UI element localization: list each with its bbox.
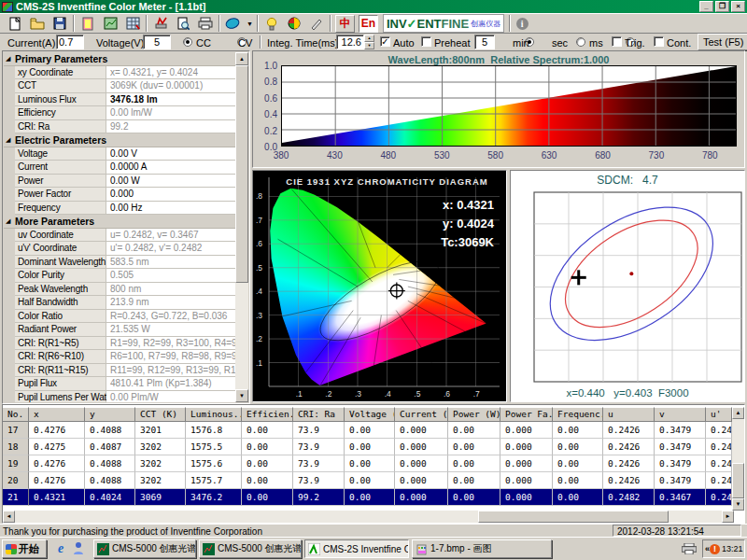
color-page-icon[interactable] (78, 14, 98, 33)
section-expanded-icon[interactable]: ◢ (4, 133, 15, 147)
param-row[interactable]: Current0.0000 A (4, 161, 236, 175)
trig-checkbox[interactable] (612, 36, 622, 47)
voltage-input[interactable] (143, 35, 171, 49)
param-row[interactable]: Voltage0.00 V (4, 147, 236, 161)
param-row[interactable]: CRI: R(R1~R5)R1=99, R2=99, R3=100, R4=99… (4, 337, 236, 351)
chart-view-icon[interactable] (100, 14, 120, 33)
table-row[interactable]: 180.42750.408732021575.50.0073.90.000.00… (3, 439, 732, 455)
param-row[interactable]: CRI: Ra99.2 (4, 120, 236, 134)
column-header[interactable]: v (655, 407, 706, 422)
open-file-icon[interactable] (27, 14, 48, 33)
scroll-down-icon[interactable]: ▼ (235, 389, 248, 402)
param-row[interactable]: Pupil Flux4810.41 Plm (Kp=1.384) (4, 377, 236, 391)
param-row[interactable]: Radiant Power21.535 W (4, 323, 236, 337)
preheat-time-input[interactable] (474, 35, 495, 49)
param-row[interactable]: CRI: R(R6~R10)R6=100, R7=99, R8=98, R9=9… (4, 350, 236, 364)
table-row[interactable]: 200.42760.408832021575.70.0073.90.000.00… (3, 472, 732, 489)
preheat-checkbox[interactable] (421, 36, 431, 47)
column-header[interactable]: Luminous... (186, 407, 242, 422)
restore-button[interactable]: ❐ (715, 1, 729, 12)
pen-tool-icon[interactable] (306, 14, 327, 33)
param-row[interactable]: CRI: R(R11~R15)R11=99, R12=99, R13=99, R… (4, 364, 236, 378)
section-expanded-icon[interactable]: ◢ (4, 52, 15, 65)
param-row[interactable]: Frequency0.00 Hz (4, 202, 236, 216)
table-row[interactable]: 210.43210.402430693476.20.0099.20.000.00… (3, 489, 732, 506)
integ-time-input[interactable] (336, 35, 364, 49)
param-row[interactable]: uv Coordinateu= 0.2482, v= 0.3467 (4, 229, 236, 243)
column-header[interactable]: u (603, 407, 655, 422)
close-button[interactable]: × (731, 1, 745, 12)
column-header[interactable]: CCT (K) (135, 407, 186, 422)
column-header[interactable]: x (29, 407, 85, 422)
scroll-down-icon[interactable]: ▼ (732, 498, 744, 511)
taskbar-task-paint[interactable]: 1-7.bmp - 画图 (412, 539, 552, 558)
lang-chinese-button[interactable]: 中 (335, 15, 355, 33)
table-vertical-scrollbar[interactable]: ▲ ▼ (732, 407, 744, 511)
measure-icon[interactable] (150, 14, 171, 33)
scroll-up-icon[interactable]: ▲ (235, 52, 248, 65)
column-header[interactable]: Power Fa... (500, 407, 553, 422)
column-header[interactable]: Voltage (V) (345, 407, 395, 422)
print-icon[interactable] (195, 14, 216, 33)
color-ball-icon[interactable] (284, 14, 304, 33)
column-header[interactable]: Frequenc... (553, 407, 603, 422)
param-row[interactable]: Power0.00 W (4, 175, 236, 189)
print-preview-icon[interactable] (173, 14, 193, 33)
param-row[interactable]: Luminous Flux3476.18 lm (4, 93, 236, 107)
table-horizontal-scrollbar[interactable]: ◄ ► (3, 511, 734, 523)
column-header[interactable]: u' (706, 407, 732, 422)
minimize-button[interactable]: _ (699, 1, 713, 12)
ie-quicklaunch-icon[interactable]: e (53, 541, 68, 556)
column-header[interactable]: No. (3, 407, 29, 422)
param-section-header[interactable]: ◢More Parameters (4, 215, 236, 229)
param-row[interactable]: Pupil Lumens Per Watt0.00 Plm/W (4, 391, 236, 403)
sec-radio[interactable] (576, 37, 585, 47)
scroll-left-icon[interactable]: ◄ (3, 511, 15, 523)
new-file-icon[interactable] (5, 14, 25, 33)
param-row[interactable]: Color Purity0.505 (4, 269, 236, 283)
table-view-icon[interactable] (122, 14, 143, 33)
param-row[interactable]: Half Bandwidth213.9 nm (4, 296, 236, 310)
lang-english-button[interactable]: En (359, 15, 378, 33)
param-label: Power (15, 175, 106, 189)
param-row[interactable]: Power Factor0.000 (4, 188, 236, 202)
cc-radio[interactable] (183, 37, 192, 47)
param-row[interactable]: Dominant Wavelength583.5 nm (4, 256, 236, 270)
scroll-right-icon[interactable]: ► (722, 511, 734, 523)
printer-tray-icon[interactable] (682, 543, 697, 554)
messenger-quicklaunch-icon[interactable] (71, 541, 86, 556)
draw-ellipse-icon[interactable] (223, 14, 244, 33)
column-header[interactable]: Efficien... (242, 407, 293, 422)
info-icon[interactable]: i (513, 14, 531, 33)
param-section-header[interactable]: ◢Electric Parameters (4, 133, 236, 147)
light-bulb-icon[interactable] (261, 14, 282, 33)
current-input[interactable] (56, 35, 84, 49)
param-row[interactable]: u'v' Coordinateu'= 0.2482, v'= 0.2482 (4, 242, 236, 256)
test-button[interactable]: Test (F5) (698, 34, 747, 50)
column-header[interactable]: CRI: Ra (293, 407, 345, 422)
cont-checkbox[interactable] (654, 36, 664, 47)
param-section-header[interactable]: ◢Primary Parameters (4, 52, 236, 66)
table-row[interactable]: 170.42760.408832011576.80.0073.90.000.00… (3, 422, 732, 439)
param-row[interactable]: Efficiency0.00 lm/W (4, 106, 236, 120)
dropdown-arrow-icon[interactable]: ▼ (247, 21, 253, 27)
table-row[interactable]: 190.42760.408832021575.60.0073.90.000.00… (3, 455, 732, 472)
param-row[interactable]: CCT3069K (duv= 0.00001) (4, 79, 236, 93)
taskbar-task-cms5000-1[interactable]: CMS-5000 创惠光谱分... (93, 539, 196, 558)
tray-alert-icon[interactable]: ! (710, 544, 720, 554)
section-expanded-icon[interactable]: ◢ (4, 215, 15, 228)
column-header[interactable]: y (85, 407, 135, 422)
integ-time-spinner[interactable]: ▲▼ (364, 35, 374, 49)
param-row[interactable]: Peak Wavelength800 nm (4, 283, 236, 297)
taskbar-task-cms5000-2[interactable]: CMS-5000 创惠光谱分... (199, 539, 302, 558)
start-button[interactable]: 开始 (2, 539, 47, 558)
column-header[interactable]: Power (W) (448, 407, 500, 422)
taskbar-task-cms2s[interactable]: CMS-2S Inventfine C... (304, 539, 409, 558)
param-row[interactable]: xy Coordinatex= 0.4321, y= 0.4024 (4, 66, 236, 80)
save-icon[interactable] (49, 14, 70, 33)
parameters-scrollbar[interactable]: ▲ ▼ (235, 52, 248, 402)
column-header[interactable]: Current (A) (395, 407, 448, 422)
param-row[interactable]: Color RatioR=0.243, G=0.722, B=0.036 (4, 310, 236, 324)
scroll-up-icon[interactable]: ▲ (732, 407, 744, 419)
auto-checkbox[interactable]: ✓ (380, 36, 390, 47)
